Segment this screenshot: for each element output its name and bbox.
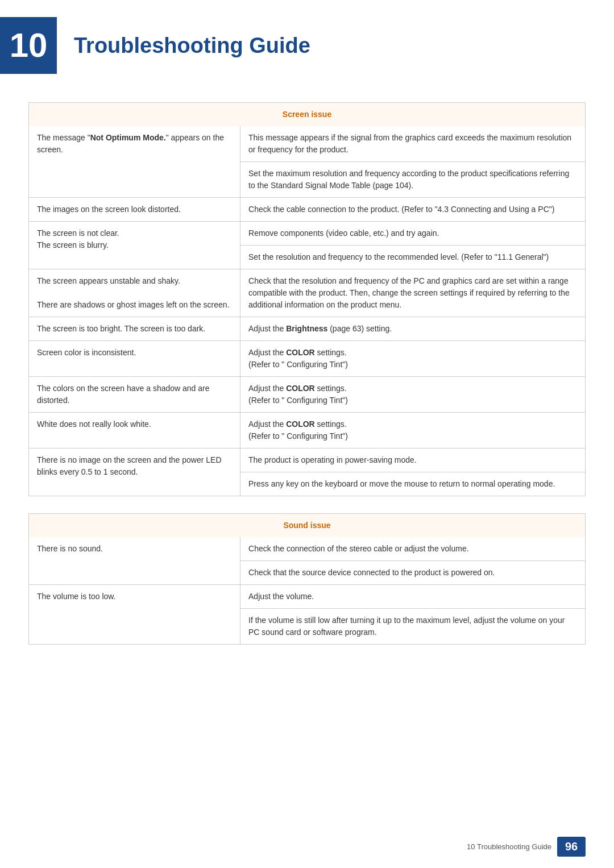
solution-cell: Adjust the COLOR settings.(Refer to " Co… — [240, 341, 586, 377]
solution-cell: Adjust the COLOR settings.(Refer to " Co… — [240, 377, 586, 413]
screen-issue-header: Screen issue — [29, 103, 586, 127]
page-number: 96 — [557, 837, 586, 857]
table-row: Screen color is inconsistent. Adjust the… — [29, 341, 586, 377]
solution-cell: Adjust the Brightness (page 63) setting. — [240, 317, 586, 341]
solution-cell: Set the maximum resolution and frequency… — [240, 162, 586, 198]
problem-cell: The images on the screen look distorted. — [29, 198, 240, 222]
brightness-label: Brightness — [286, 324, 327, 333]
chapter-block: 10 — [0, 17, 57, 74]
footer-text: 10 Troubleshooting Guide — [467, 842, 551, 851]
table-row: The screen is not clear.The screen is bl… — [29, 222, 586, 246]
solution-cell: If the volume is still low after turning… — [240, 609, 586, 645]
page-title: Troubleshooting Guide — [74, 34, 310, 58]
solution-cell: Adjust the volume. — [240, 585, 586, 609]
page-footer: 10 Troubleshooting Guide 96 — [467, 837, 586, 857]
bold-label: Not Optimum Mode. — [90, 133, 166, 142]
problem-cell: White does not really look white. — [29, 413, 240, 448]
color-label: COLOR — [286, 348, 315, 357]
solution-cell: Check the connection of the stereo cable… — [240, 537, 586, 561]
table-row: The screen is too bright. The screen is … — [29, 317, 586, 341]
color-label: COLOR — [286, 420, 315, 429]
screen-issue-table: Screen issue The message "Not Optimum Mo… — [28, 102, 586, 496]
table-row: The images on the screen look distorted.… — [29, 198, 586, 222]
table-row: The message "Not Optimum Mode." appears … — [29, 126, 586, 162]
chapter-number: 10 — [10, 28, 48, 63]
table-row: The volume is too low. Adjust the volume… — [29, 585, 586, 609]
problem-cell: The screen appears unstable and shaky.Th… — [29, 269, 240, 317]
color-label: COLOR — [286, 384, 315, 393]
main-content: Screen issue The message "Not Optimum Mo… — [0, 102, 614, 645]
problem-cell: The colors on the screen have a shadow a… — [29, 377, 240, 413]
sound-issue-table: Sound issue There is no sound. Check the… — [28, 513, 586, 645]
screen-issue-body: The message "Not Optimum Mode." appears … — [29, 126, 586, 496]
table-row: There is no image on the screen and the … — [29, 448, 586, 472]
sound-issue-header: Sound issue — [29, 514, 586, 538]
solution-cell: Adjust the COLOR settings.(Refer to " Co… — [240, 413, 586, 448]
problem-cell: The message "Not Optimum Mode." appears … — [29, 126, 240, 198]
problem-cell: The screen is too bright. The screen is … — [29, 317, 240, 341]
table-row: There is no sound. Check the connection … — [29, 537, 586, 561]
solution-cell: The product is operating in power-saving… — [240, 448, 586, 472]
solution-cell: Check the cable connection to the produc… — [240, 198, 586, 222]
page-header: 10 Troubleshooting Guide — [0, 0, 614, 85]
problem-cell: There is no image on the screen and the … — [29, 448, 240, 496]
solution-cell: Press any key on the keyboard or move th… — [240, 472, 586, 496]
problem-cell: The screen is not clear.The screen is bl… — [29, 222, 240, 269]
problem-cell: The volume is too low. — [29, 585, 240, 645]
solution-cell: Remove components (video cable, etc.) an… — [240, 222, 586, 246]
table-row: The screen appears unstable and shaky.Th… — [29, 269, 586, 317]
solution-cell: Set the resolution and frequency to the … — [240, 246, 586, 269]
table-row: White does not really look white. Adjust… — [29, 413, 586, 448]
table-row: The colors on the screen have a shadow a… — [29, 377, 586, 413]
solution-cell: Check that the resolution and frequency … — [240, 269, 586, 317]
solution-cell: This message appears if the signal from … — [240, 126, 586, 162]
sound-issue-body: There is no sound. Check the connection … — [29, 537, 586, 645]
solution-cell: Check that the source device connected t… — [240, 561, 586, 585]
problem-cell: There is no sound. — [29, 537, 240, 585]
problem-cell: Screen color is inconsistent. — [29, 341, 240, 377]
